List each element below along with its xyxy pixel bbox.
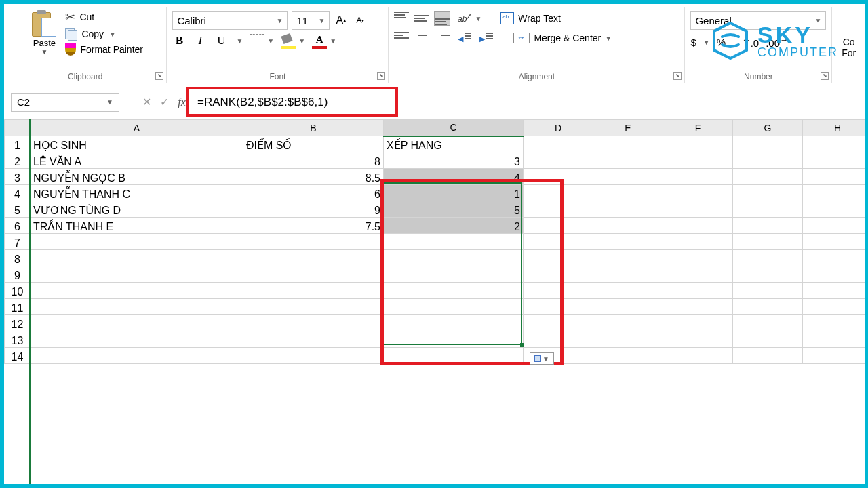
- table-row[interactable]: 10: [5, 283, 866, 299]
- paste-button[interactable]: Paste ▼: [27, 7, 61, 56]
- col-header[interactable]: B: [243, 120, 384, 136]
- scissors-icon: ✂: [65, 9, 75, 24]
- align-top-button[interactable]: [394, 12, 409, 25]
- shrink-font-button[interactable]: A▾: [353, 12, 368, 28]
- formula-bar: C2▼ ✕ ✓ fx: [4, 85, 865, 119]
- column-header-row[interactable]: A B C D E F G H: [5, 120, 866, 136]
- dialog-launcher[interactable]: ⬊: [377, 72, 385, 80]
- orientation-button[interactable]: ab ▼: [456, 11, 481, 26]
- table-row[interactable]: 11: [5, 299, 866, 315]
- align-center-button[interactable]: [414, 32, 429, 44]
- dialog-launcher[interactable]: ⬊: [155, 72, 163, 80]
- autofill-icon: [534, 355, 541, 362]
- col-header[interactable]: G: [733, 120, 803, 136]
- align-middle-button[interactable]: [414, 12, 429, 25]
- enter-formula-button[interactable]: ✓: [155, 94, 173, 111]
- table-row[interactable]: 9: [5, 266, 866, 283]
- grow-font-button[interactable]: A▴: [334, 12, 349, 28]
- font-color-button[interactable]: A▼: [312, 34, 336, 47]
- cancel-formula-button[interactable]: ✕: [138, 94, 155, 111]
- col-header[interactable]: H: [803, 120, 866, 136]
- copy-icon: [65, 28, 77, 39]
- borders-icon: [250, 34, 264, 47]
- group-alignment: ab ▼ Wrap Text: [389, 7, 685, 83]
- formula-input[interactable]: [191, 93, 860, 112]
- copy-button[interactable]: Copy ▼: [65, 28, 143, 39]
- decrease-indent-button[interactable]: ◀: [456, 31, 473, 45]
- table-row[interactable]: 14: [5, 348, 866, 364]
- insert-function-button[interactable]: fx: [173, 94, 191, 111]
- font-name-combo[interactable]: Calibri▼: [172, 11, 288, 30]
- autofill-options-button[interactable]: ▼: [530, 352, 554, 365]
- brush-icon: [65, 43, 76, 56]
- table-row[interactable]: 13: [5, 331, 866, 348]
- font-color-icon: A: [312, 34, 327, 47]
- merge-icon: [513, 33, 530, 43]
- worksheet-grid[interactable]: A B C D E F G H 1 HỌC SINH ĐIỂM SỐ XẾP H…: [4, 119, 865, 484]
- table-row[interactable]: 8: [5, 250, 866, 266]
- group-clipboard: Paste ▼ ✂ Cut Copy ▼ Format Pai: [4, 7, 167, 83]
- col-header[interactable]: E: [593, 120, 663, 136]
- dialog-launcher[interactable]: ⬊: [821, 72, 829, 80]
- table-row[interactable]: 1 HỌC SINH ĐIỂM SỐ XẾP HANG: [5, 136, 866, 152]
- chevron-down-icon[interactable]: ▼: [236, 37, 243, 45]
- italic-button[interactable]: I: [194, 34, 206, 47]
- table-row[interactable]: 5 VƯƠNG TÙNG D 9 5: [5, 201, 866, 218]
- table-row[interactable]: 3 NGUYỄN NGỌC B 8.5 4: [5, 169, 866, 185]
- group-font: Calibri▼ 11▼ A▴ A▾ B I U ▼: [167, 7, 389, 83]
- align-left-button[interactable]: [394, 32, 409, 44]
- table-row[interactable]: 2 LÊ VĂN A 8 3: [5, 152, 866, 169]
- fill-color-button[interactable]: ▼: [281, 35, 305, 47]
- cut-button[interactable]: ✂ Cut: [65, 9, 143, 24]
- borders-button[interactable]: ▼: [250, 34, 274, 47]
- wrap-text-button[interactable]: Wrap Text: [500, 12, 561, 24]
- merge-center-button[interactable]: Merge & Center ▼: [513, 33, 612, 43]
- currency-button[interactable]: $: [690, 37, 696, 48]
- orientation-icon: ab: [456, 11, 473, 26]
- increase-indent-button[interactable]: ▶: [478, 31, 494, 45]
- watermark-logo: SKY COMPUTER: [710, 20, 838, 61]
- chevron-down-icon[interactable]: ▼: [41, 48, 47, 56]
- chevron-down-icon[interactable]: ▼: [605, 35, 612, 42]
- col-header[interactable]: D: [524, 120, 593, 136]
- table-row[interactable]: 6 TRẦN THANH E 7.5 2: [5, 218, 866, 234]
- col-header[interactable]: C: [384, 120, 524, 136]
- table-row[interactable]: 4 NGUYỄN THANH C 6 1: [5, 185, 866, 201]
- logo-icon: [710, 20, 751, 61]
- align-bottom-button[interactable]: [435, 12, 450, 25]
- font-size-combo[interactable]: 11▼: [292, 11, 330, 30]
- bucket-icon: [281, 35, 296, 47]
- dialog-launcher[interactable]: ⬊: [673, 72, 682, 80]
- paste-icon: [32, 9, 56, 37]
- underline-button[interactable]: U: [214, 34, 228, 47]
- excel-window: Paste ▼ ✂ Cut Copy ▼ Format Pai: [4, 4, 865, 484]
- fill-handle[interactable]: [520, 343, 524, 347]
- svg-text:ab: ab: [458, 14, 467, 24]
- row-select-indicator: [29, 119, 31, 484]
- align-right-button[interactable]: [435, 32, 450, 44]
- bold-button[interactable]: B: [172, 34, 186, 47]
- chevron-down-icon[interactable]: ▼: [109, 30, 116, 38]
- select-all-corner[interactable]: [5, 120, 31, 136]
- col-header[interactable]: F: [663, 120, 733, 136]
- col-header[interactable]: A: [31, 120, 243, 136]
- table-row[interactable]: 12: [5, 315, 866, 331]
- table-row[interactable]: 7: [5, 234, 866, 250]
- name-box[interactable]: C2▼: [11, 93, 119, 112]
- format-painter-button[interactable]: Format Painter: [65, 43, 143, 56]
- wrap-icon: [500, 12, 514, 24]
